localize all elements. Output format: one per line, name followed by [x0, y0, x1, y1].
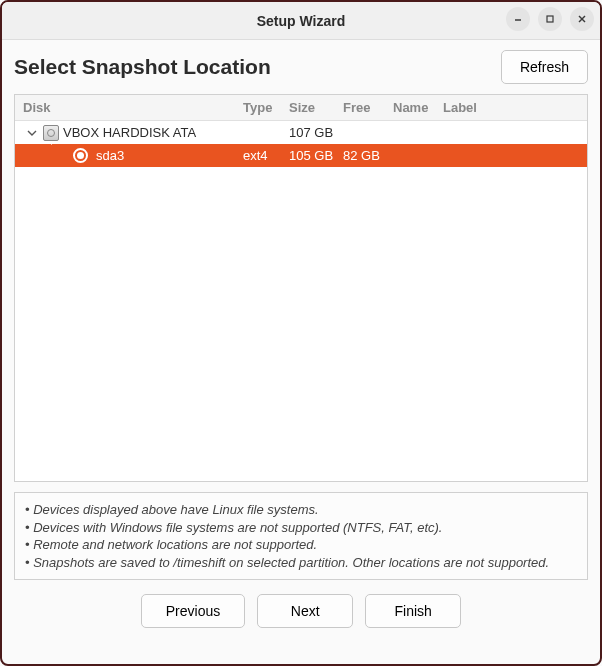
- titlebar: Setup Wizard: [2, 2, 600, 40]
- previous-button[interactable]: Previous: [141, 594, 245, 628]
- note-line: • Snapshots are saved to /timeshift on s…: [25, 554, 577, 572]
- disk-table: Disk Type Size Free Name Label VBOX HARD…: [14, 94, 588, 482]
- wizard-footer: Previous Next Finish: [14, 580, 588, 628]
- cell-size: 107 GB: [289, 125, 343, 140]
- column-size[interactable]: Size: [289, 100, 343, 115]
- hard-disk-icon: [43, 125, 59, 141]
- table-header: Disk Type Size Free Name Label: [15, 95, 587, 121]
- window-title: Setup Wizard: [257, 13, 346, 29]
- cell-free: 82 GB: [343, 148, 393, 163]
- note-line: • Devices displayed above have Linux fil…: [25, 501, 577, 519]
- table-row[interactable]: sda3 ext4 105 GB 82 GB: [15, 144, 587, 167]
- cell-size: 105 GB: [289, 148, 343, 163]
- column-free[interactable]: Free: [343, 100, 393, 115]
- page-title: Select Snapshot Location: [14, 55, 271, 79]
- partition-name: sda3: [96, 148, 124, 163]
- column-label[interactable]: Label: [443, 100, 587, 115]
- next-button[interactable]: Next: [257, 594, 353, 628]
- chevron-down-icon[interactable]: [25, 128, 39, 138]
- column-name[interactable]: Name: [393, 100, 443, 115]
- info-notes: • Devices displayed above have Linux fil…: [14, 492, 588, 580]
- svg-rect-1: [547, 16, 553, 22]
- window-controls: [506, 7, 594, 31]
- refresh-button[interactable]: Refresh: [501, 50, 588, 84]
- note-line: • Devices with Windows file systems are …: [25, 519, 577, 537]
- column-disk[interactable]: Disk: [15, 100, 243, 115]
- close-icon[interactable]: [570, 7, 594, 31]
- maximize-icon[interactable]: [538, 7, 562, 31]
- radio-button[interactable]: [73, 148, 88, 163]
- disk-name: VBOX HARDDISK ATA: [63, 125, 196, 140]
- minimize-icon[interactable]: [506, 7, 530, 31]
- finish-button[interactable]: Finish: [365, 594, 461, 628]
- note-line: • Remote and network locations are not s…: [25, 536, 577, 554]
- table-row[interactable]: VBOX HARDDISK ATA 107 GB: [15, 121, 587, 144]
- column-type[interactable]: Type: [243, 100, 289, 115]
- cell-type: ext4: [243, 148, 289, 163]
